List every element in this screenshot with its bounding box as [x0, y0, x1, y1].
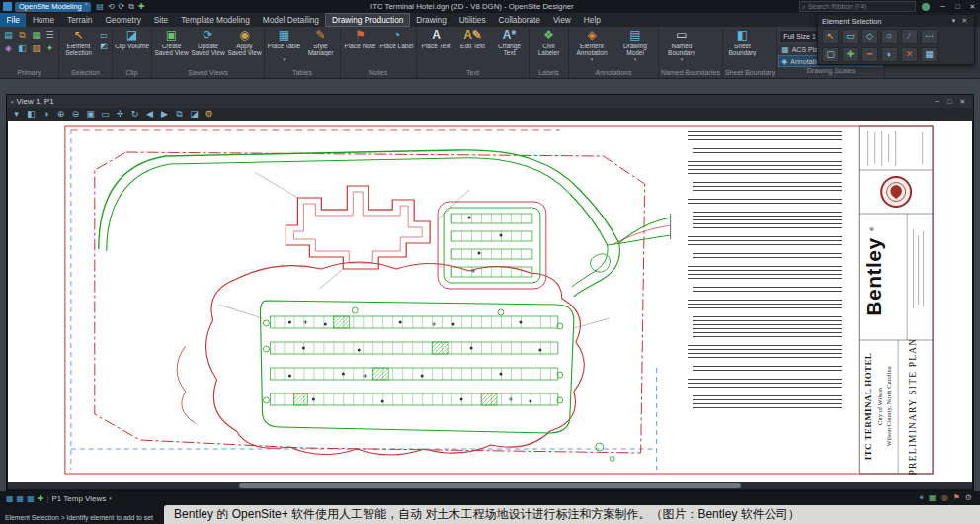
place-label-button[interactable]: ◔ Place Label	[379, 29, 414, 56]
display-style-icon[interactable]: ◧	[25, 108, 38, 121]
view-toggle-2-icon[interactable]: ▦	[17, 494, 25, 503]
individual-selection-icon[interactable]: ↖	[822, 29, 839, 44]
tab-collaborate[interactable]: Collaborate	[492, 13, 546, 27]
explorer-icon[interactable]: ▤	[2, 29, 15, 42]
tab-utilities[interactable]: Utilities	[452, 13, 492, 27]
tab-terrain[interactable]: Terrain	[61, 13, 99, 27]
tab-site[interactable]: Site	[147, 13, 174, 27]
view-group-tabs[interactable]: ▦ ▦ ▦ ✚ | P1 Temp Views ▾	[6, 492, 112, 504]
locks-icon[interactable]: ▦	[929, 492, 937, 504]
element-annotation-button[interactable]: ◈ Element Annotation ▾	[571, 29, 612, 61]
models-icon[interactable]: ▦	[30, 29, 42, 42]
element-selection-panel[interactable]: Element Selection ▾ ✕ ↖ ▭ ◇ ○ ∕ ⋯ ▢ ✚ ━ …	[817, 14, 975, 65]
zoom-in-icon[interactable]: ⊕	[54, 108, 67, 121]
panel-close-icon[interactable]: ✕	[959, 17, 970, 25]
element-selection-button[interactable]: ↖ Element Selection	[61, 29, 96, 56]
select-by-attributes-icon[interactable]: ◩	[98, 42, 110, 50]
minimize-button[interactable]: ─	[936, 0, 950, 13]
create-saved-view-button[interactable]: ▣ Create Saved View	[154, 29, 189, 56]
references-icon[interactable]: ◧	[16, 43, 29, 55]
rotate-view-icon[interactable]: ↻	[128, 108, 141, 121]
points-selection-icon[interactable]: ⋯	[921, 29, 938, 44]
view-attributes-icon[interactable]: ▾	[10, 108, 23, 121]
block-selection-icon[interactable]: ▭	[842, 29, 858, 44]
level-display-icon[interactable]: ◈	[2, 43, 15, 55]
fence-icon[interactable]: ▭	[98, 31, 110, 40]
settings-status-icon[interactable]: ⚙	[965, 492, 972, 504]
level-manager-icon[interactable]: ☰	[43, 29, 56, 42]
horizontal-scrollbar[interactable]	[8, 482, 972, 489]
tab-model-detailing[interactable]: Model Detailing	[256, 13, 325, 27]
shape-selection-icon[interactable]: ◇	[861, 29, 878, 44]
workflow-selector[interactable]: OpenSite Modeling▾	[15, 2, 91, 12]
view-toggle-1-icon[interactable]: ▦	[6, 494, 14, 503]
element-selection-panel-titlebar[interactable]: Element Selection ▾ ✕	[818, 15, 974, 27]
change-text-attributes-button[interactable]: A* Change Text Attributes	[492, 29, 527, 56]
drawing-canvas[interactable]: Bentley ® ITC TERMINAL HOTEL City of Wil…	[8, 121, 972, 482]
drawing-model-annotation-button[interactable]: ▤ Drawing Model Annotation ▾	[614, 29, 656, 61]
tab-view[interactable]: View	[546, 13, 577, 27]
tab-help[interactable]: Help	[577, 13, 607, 27]
tab-template-modeling[interactable]: Template Modeling	[175, 13, 257, 27]
view-menu-icon[interactable]: ▾	[11, 100, 14, 104]
print-icon[interactable]: ⧉	[128, 0, 134, 13]
view-settings-icon[interactable]: ⚙	[203, 108, 215, 121]
style-manager-button[interactable]: ✎ Style Manager	[303, 29, 338, 56]
redo-icon[interactable]: ⟳	[119, 0, 125, 13]
window-area-icon[interactable]: ▭	[99, 108, 112, 121]
view-close-icon[interactable]: ✕	[956, 98, 969, 106]
snap-mode-icon[interactable]: ⌖	[920, 492, 925, 504]
undo-icon[interactable]: ⟲	[108, 0, 115, 13]
civil-labeler-button[interactable]: ❖ Civil Labeler	[531, 29, 566, 56]
active-level-icon[interactable]: ◎	[941, 492, 948, 504]
maximize-button[interactable]: □	[950, 0, 965, 13]
pan-icon[interactable]: ✛	[114, 108, 126, 121]
view-minimize-icon[interactable]: ─	[931, 98, 943, 105]
place-note-button[interactable]: ⚑ Place Note	[343, 29, 377, 56]
edit-text-button[interactable]: A✎ Edit Text	[455, 29, 490, 56]
previous-view-icon[interactable]: ◀	[143, 108, 156, 121]
adjust-view-icon[interactable]: ◑	[40, 108, 52, 121]
zoom-out-icon[interactable]: ⊖	[69, 108, 82, 121]
clip-volume-view-icon[interactable]: ◪	[188, 108, 201, 121]
place-table-button[interactable]: ▦ Place Table ▾	[267, 29, 301, 61]
view-toggle-3-icon[interactable]: ▦	[27, 494, 35, 503]
add-view-group-icon[interactable]: ✚	[38, 494, 44, 503]
raster-manager-icon[interactable]: ▨	[30, 43, 42, 55]
tab-drawing-production[interactable]: Drawing Production	[325, 13, 409, 27]
subtract-selection-icon[interactable]: ━	[861, 47, 878, 62]
new-selection-icon[interactable]: ▢	[822, 47, 839, 62]
properties-icon[interactable]: ✦	[43, 43, 56, 55]
scrollbar-thumb[interactable]	[239, 483, 741, 488]
titleblock-address-lines	[913, 229, 924, 308]
select-all-icon[interactable]: ▦	[921, 47, 938, 62]
panel-expand-icon[interactable]: ▾	[948, 17, 959, 25]
view-maximize-icon[interactable]: □	[943, 98, 956, 105]
line-selection-icon[interactable]: ∕	[901, 29, 918, 44]
named-boundary-button[interactable]: ▭ Named Boundary ▾	[661, 29, 702, 61]
apply-saved-view-button[interactable]: ◉ Apply Saved View	[227, 29, 262, 56]
sheet-boundary-button[interactable]: ◧ Sheet Boundary	[725, 29, 760, 56]
search-input[interactable]	[808, 3, 913, 10]
tab-geometry[interactable]: Geometry	[99, 13, 147, 27]
update-saved-view-button[interactable]: ⟳ Update Saved View Settings	[191, 29, 225, 56]
save-icon[interactable]: ▤	[96, 0, 104, 13]
add-selection-icon[interactable]: ✚	[842, 47, 858, 62]
close-button[interactable]: ✕	[965, 0, 980, 13]
user-avatar[interactable]	[922, 3, 930, 11]
tab-drawing[interactable]: Drawing	[410, 13, 452, 27]
invert-selection-icon[interactable]: ◐	[881, 47, 898, 62]
next-view-icon[interactable]: ▶	[158, 108, 171, 121]
selection-set-icon[interactable]: ⚑	[953, 492, 960, 504]
clear-selection-icon[interactable]: ✕	[901, 47, 918, 62]
circle-selection-icon[interactable]: ○	[881, 29, 898, 44]
clip-volume-button[interactable]: ◪ Clip Volume	[115, 29, 149, 56]
fit-view-icon[interactable]: ▣	[84, 108, 97, 121]
copy-view-icon[interactable]: ⧉	[173, 108, 186, 121]
place-text-button[interactable]: A Place Text	[419, 29, 453, 56]
attach-tools-icon[interactable]: ⧉	[16, 29, 29, 42]
tab-file[interactable]: File	[0, 13, 26, 27]
tab-home[interactable]: Home	[26, 13, 60, 27]
new-file-icon[interactable]: ✚	[138, 0, 145, 13]
view-titlebar[interactable]: ▾ View 1, P1 ─ □ ✕	[7, 95, 973, 108]
